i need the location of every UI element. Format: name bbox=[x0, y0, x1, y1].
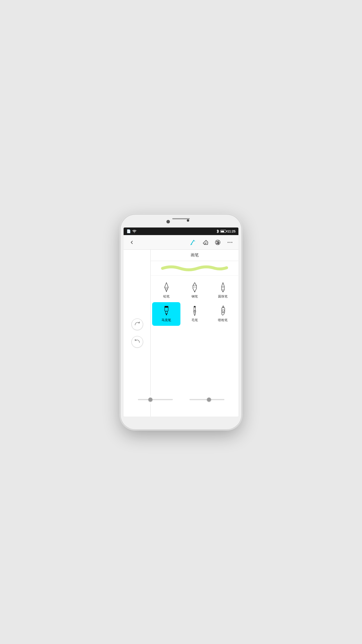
undo-button[interactable] bbox=[131, 336, 143, 348]
bottom-sliders bbox=[126, 396, 236, 404]
svg-rect-23 bbox=[166, 314, 167, 315]
pencil-label: 铅笔 bbox=[163, 294, 170, 299]
phone-frame: 📄 11:2 bbox=[121, 215, 241, 429]
pencil-tool-item[interactable]: 铅笔 bbox=[152, 279, 180, 302]
wifi-icon bbox=[132, 230, 136, 233]
palette-tool-button[interactable] bbox=[212, 237, 223, 248]
marker-tool-item[interactable]: 马克笔 bbox=[152, 302, 180, 326]
svg-marker-14 bbox=[166, 291, 167, 292]
brush-tool-button[interactable] bbox=[188, 237, 199, 248]
brush-icon bbox=[189, 306, 200, 316]
toolbar bbox=[124, 235, 238, 250]
opacity-slider[interactable] bbox=[189, 399, 224, 400]
status-bar: 📄 11:2 bbox=[124, 228, 238, 235]
svg-point-6 bbox=[217, 243, 217, 244]
stroke-preview bbox=[151, 261, 238, 276]
marker-icon bbox=[161, 306, 172, 316]
pen-tool-item[interactable]: 钢笔 bbox=[180, 279, 209, 302]
panel-title: 画笔 bbox=[151, 250, 238, 261]
svg-rect-21 bbox=[165, 306, 168, 308]
ballpen-icon bbox=[218, 282, 228, 293]
opacity-slider-thumb[interactable] bbox=[207, 398, 211, 402]
brush-label: 毛笔 bbox=[191, 318, 198, 322]
status-right: 11:25 bbox=[216, 229, 236, 233]
tool-grid: 铅笔 钢笔 bbox=[151, 276, 238, 329]
front-camera bbox=[187, 219, 189, 222]
svg-text:0: 0 bbox=[223, 310, 224, 312]
svg-point-2 bbox=[217, 241, 217, 242]
ballpen-label: 圆珠笔 bbox=[218, 294, 228, 299]
back-button[interactable] bbox=[126, 237, 137, 248]
svg-rect-17 bbox=[222, 286, 224, 288]
marker-label: 马克笔 bbox=[161, 318, 171, 322]
svg-point-3 bbox=[218, 241, 219, 242]
toolbar-tools bbox=[188, 237, 236, 248]
pencil-icon bbox=[161, 282, 172, 293]
spray-tool-item[interactable]: 0 喷枪笔 bbox=[209, 302, 237, 326]
redo-button[interactable] bbox=[131, 318, 143, 330]
svg-point-9 bbox=[229, 242, 230, 243]
pen-icon bbox=[189, 282, 200, 293]
svg-point-7 bbox=[218, 242, 219, 244]
bluetooth-icon bbox=[216, 229, 219, 233]
main-content: 画笔 bbox=[124, 250, 238, 416]
pen-label: 钢笔 bbox=[191, 294, 198, 299]
camera bbox=[166, 220, 170, 223]
canvas-area bbox=[124, 250, 151, 416]
spray-label: 喷枪笔 bbox=[218, 318, 228, 322]
battery-icon bbox=[220, 230, 226, 233]
svg-rect-31 bbox=[223, 306, 224, 308]
svg-marker-11 bbox=[164, 283, 168, 292]
svg-rect-22 bbox=[165, 311, 167, 314]
brush-tool-item[interactable]: 毛笔 bbox=[180, 302, 209, 326]
svg-point-8 bbox=[228, 242, 229, 243]
brush-panel: 画笔 bbox=[151, 250, 238, 416]
svg-point-10 bbox=[231, 242, 232, 243]
size-slider[interactable] bbox=[138, 399, 173, 400]
svg-rect-25 bbox=[194, 306, 195, 307]
time-display: 11:25 bbox=[227, 230, 236, 233]
document-icon: 📄 bbox=[126, 229, 131, 233]
ballpen-tool-item[interactable]: 圆珠笔 bbox=[209, 279, 237, 302]
size-slider-thumb[interactable] bbox=[148, 398, 152, 402]
more-options-button[interactable] bbox=[224, 237, 236, 248]
screen: 📄 11:2 bbox=[124, 228, 238, 416]
eraser-tool-button[interactable] bbox=[200, 237, 211, 248]
spray-icon: 0 bbox=[218, 306, 228, 316]
status-left: 📄 bbox=[126, 229, 136, 233]
